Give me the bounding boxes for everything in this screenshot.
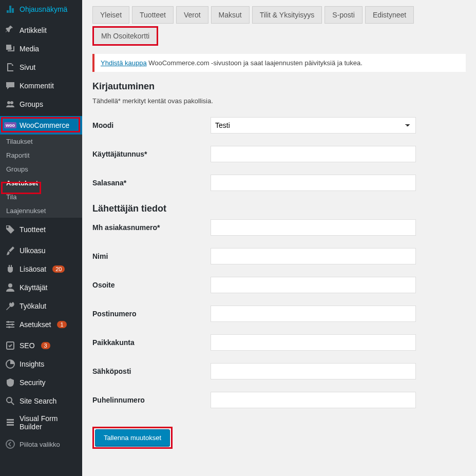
submenu-item-tila[interactable]: Tila xyxy=(0,190,82,204)
field-nimi xyxy=(211,248,416,264)
svg-rect-13 xyxy=(7,422,14,423)
sender-input-osoite[interactable] xyxy=(211,277,416,293)
tab-mhosoitekortti[interactable]: Mh Osoitekortti xyxy=(92,26,158,46)
section-login-title: Kirjautuminen xyxy=(92,81,466,92)
submenu-item-tilaukset[interactable]: Tilaukset xyxy=(0,135,82,148)
svg-rect-12 xyxy=(7,419,14,421)
tag-icon xyxy=(5,224,15,235)
sidebar-item-visualformbuilder[interactable]: Visual Form Builder xyxy=(0,410,82,435)
woo-submenu: TilauksetRaportitGroupsAsetuksetTilaLaaj… xyxy=(0,135,82,218)
field-paikkakunta xyxy=(211,334,416,351)
comment-icon xyxy=(5,81,15,91)
sidebar-label: Visual Form Builder xyxy=(20,414,77,431)
sidebar-label: Artikkelit xyxy=(20,26,47,34)
sidebar-item-ohjausnkym[interactable]: Ohjausnäkymä xyxy=(0,0,82,18)
sender-input-paikkakunta[interactable] xyxy=(211,334,416,351)
sidebar-item-groups[interactable]: Groups xyxy=(0,95,82,113)
sidebar-item-tykalut[interactable]: Työkalut xyxy=(0,297,82,315)
label-shkposti: Sähköposti xyxy=(92,367,211,375)
sender-input-nimi[interactable] xyxy=(211,248,416,264)
label-puhelinnumero: Puhelinnumero xyxy=(92,396,211,404)
form-row-moodi: Moodi Testi xyxy=(92,117,466,134)
submenu-item-raportit[interactable]: Raportit xyxy=(0,148,82,162)
tab-yleiset[interactable]: Yleiset xyxy=(92,6,129,24)
svg-point-1 xyxy=(7,101,10,104)
label-moodi: Moodi xyxy=(92,121,211,129)
label-nimi: Nimi xyxy=(92,252,211,260)
tab-sposti[interactable]: S-posti xyxy=(325,6,363,24)
sidebar-label: Lisäosat xyxy=(20,265,46,273)
form-icon xyxy=(5,417,15,428)
login-select-moodi[interactable]: Testi xyxy=(211,117,416,134)
label-kyttjtunnus: Käyttäjätunnus* xyxy=(92,150,211,158)
form-row-mhasiakasnumero: Mh asiakasnumero* xyxy=(92,219,466,236)
sidebar-item-woocommerce[interactable]: woo WooCommerce xyxy=(0,116,82,135)
form-row-nimi: Nimi xyxy=(92,248,466,264)
submenu-item-laajennukset[interactable]: Laajennukset xyxy=(0,204,82,218)
svg-point-7 xyxy=(7,321,9,323)
form-row-puhelinnumero: Puhelinnumero xyxy=(92,392,466,408)
login-input-kyttjtunnus[interactable] xyxy=(211,146,416,162)
svg-point-9 xyxy=(8,326,10,328)
sidebar-label: Security xyxy=(20,378,46,387)
search-icon xyxy=(5,396,15,406)
sidebar-item-tuotteet[interactable]: Tuotteet xyxy=(0,220,82,239)
sidebar-item-kommentit[interactable]: Kommentit xyxy=(0,77,82,95)
sidebar-label: Ohjausnäkymä xyxy=(20,5,67,13)
plugin-icon xyxy=(5,264,15,274)
label-osoite: Osoite xyxy=(92,281,211,289)
connect-link[interactable]: Yhdistä kauppa xyxy=(101,59,147,67)
sidebar-label: Käyttäjät xyxy=(20,283,47,292)
sidebar-label: Sivut xyxy=(20,63,35,71)
tab-tuotteet[interactable]: Tuotteet xyxy=(132,6,174,24)
tab-maksut[interactable]: Maksut xyxy=(211,6,250,24)
tab-tilityksityisyys[interactable]: Tilit & Yksityisyys xyxy=(252,6,322,24)
sidebar-item-lisosat[interactable]: Lisäosat 20 xyxy=(0,260,82,278)
label-salasana: Salasana* xyxy=(92,179,211,187)
sidebar-item-security[interactable]: Security xyxy=(0,373,82,392)
settings-icon xyxy=(5,319,15,330)
sender-input-mhasiakasnumero[interactable] xyxy=(211,219,416,236)
save-highlight: Tallenna muutokset xyxy=(92,427,173,449)
svg-point-2 xyxy=(10,101,13,104)
badge: 1 xyxy=(57,321,66,328)
sidebar-label: WooCommerce xyxy=(20,121,69,129)
form-row-paikkakunta: Paikkakunta xyxy=(92,334,466,351)
sidebar-label: Media xyxy=(20,45,39,53)
label-paikkakunta: Paikkakunta xyxy=(92,338,211,347)
sidebar-item-insights[interactable]: Insights xyxy=(0,355,82,373)
login-input-salasana[interactable] xyxy=(211,175,416,191)
settings-tabs: YleisetTuotteetVerotMaksutTilit & Yksity… xyxy=(92,0,466,54)
submenu-item-groups[interactable]: Groups xyxy=(0,162,82,176)
field-kyttjtunnus xyxy=(211,146,416,162)
sidebar-item-seo[interactable]: SEO 3 xyxy=(0,336,82,355)
sidebar-item-kyttjt[interactable]: Käyttäjät xyxy=(0,278,82,297)
svg-point-8 xyxy=(11,323,13,326)
submenu-item-asetukset[interactable]: Asetukset xyxy=(0,176,82,190)
page-icon xyxy=(5,62,15,72)
sender-input-puhelinnumero[interactable] xyxy=(211,392,416,408)
sidebar-item-ulkoasu[interactable]: Ulkoasu xyxy=(0,241,82,260)
tab-edistyneet[interactable]: Edistyneet xyxy=(365,6,414,24)
sender-input-shkposti[interactable] xyxy=(211,363,416,379)
collapse-menu[interactable]: Piilota valikko xyxy=(0,435,82,453)
badge: 20 xyxy=(52,265,65,273)
sidebar-label: Asetukset xyxy=(20,320,51,329)
section-login-desc: Tähdellä* merkityt kentät ovas pakollisi… xyxy=(92,97,466,105)
media-icon xyxy=(5,44,15,54)
sidebar-item-media[interactable]: Media xyxy=(0,40,82,58)
sidebar-item-asetukset[interactable]: Asetukset 1 xyxy=(0,315,82,334)
form-row-kyttjtunnus: Käyttäjätunnus* xyxy=(92,146,466,162)
save-button[interactable]: Tallenna muutokset xyxy=(95,429,170,446)
tab-verot[interactable]: Verot xyxy=(176,6,208,24)
sender-input-postinumero[interactable] xyxy=(211,306,416,322)
sidebar-item-artikkelit[interactable]: Artikkelit xyxy=(0,21,82,40)
admin-sidebar: Ohjausnäkymä Artikkelit Media Sivut Komm… xyxy=(0,0,82,476)
shield-icon xyxy=(5,377,15,388)
collapse-icon xyxy=(5,439,15,449)
sidebar-item-sitesearch[interactable]: Site Search xyxy=(0,392,82,410)
sidebar-item-sivut[interactable]: Sivut xyxy=(0,58,82,77)
sidebar-label: SEO xyxy=(20,341,35,350)
form-row-postinumero: Postinumero xyxy=(92,306,466,322)
sidebar-label: Groups xyxy=(20,100,43,108)
